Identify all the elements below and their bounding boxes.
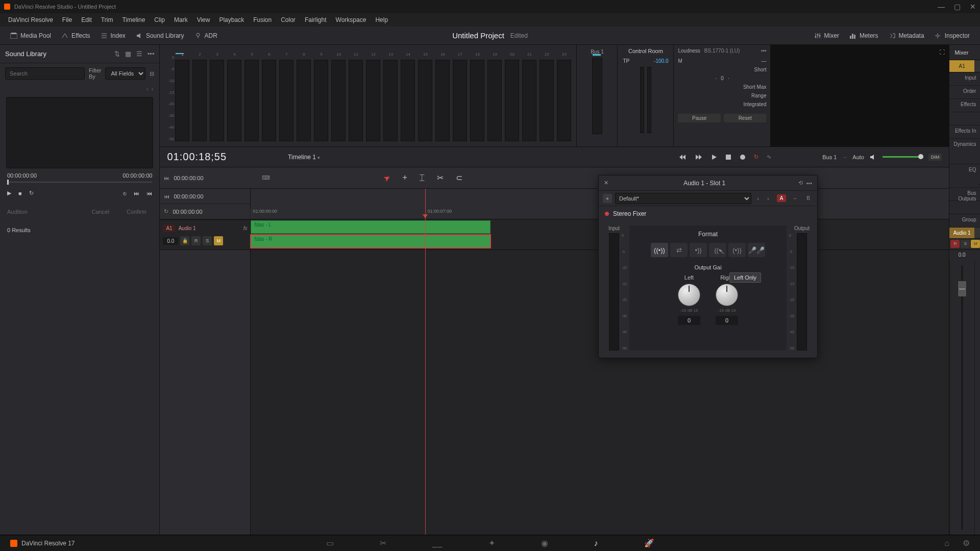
forward-button[interactable]	[695, 154, 703, 161]
menu-fusion[interactable]: Fusion	[249, 14, 276, 26]
fader-value-bus1[interactable]: 0.0	[974, 250, 980, 260]
menu-edit[interactable]: Edit	[77, 14, 96, 26]
tc-loop-icon[interactable]: ↻	[164, 208, 168, 215]
channel-header-bus1[interactable]: Bus1	[974, 60, 980, 72]
page-edit[interactable]: ⎯⎯	[432, 539, 443, 548]
menu-clip[interactable]: Clip	[150, 14, 169, 26]
page-cut[interactable]: ✂	[380, 538, 386, 548]
search-input[interactable]	[5, 67, 85, 80]
preset-select[interactable]: Default*	[615, 193, 751, 204]
dim-button[interactable]: DIM	[928, 154, 942, 161]
format-stereo-button[interactable]: ((•))	[651, 243, 668, 257]
play-button[interactable]	[711, 154, 717, 161]
format-swap-button[interactable]: ⇄	[670, 243, 688, 257]
menu-color[interactable]: Color	[277, 14, 300, 26]
prev-page-button[interactable]: ‹	[146, 86, 149, 92]
menu-playback[interactable]: Playback	[215, 14, 248, 26]
automation-icon[interactable]: ∿	[767, 154, 771, 160]
razor-tool[interactable]: ✂	[437, 173, 444, 183]
track-header-a1[interactable]: A1 Audio 1 fx 0.0 🔒 R S M	[160, 219, 250, 250]
settings-button[interactable]: ⚙	[963, 538, 970, 548]
preset-next-button[interactable]: ›	[765, 195, 772, 202]
jog-icon[interactable]: ⎋	[123, 190, 127, 196]
tc-row-1[interactable]: 00:00:00:00	[174, 175, 203, 181]
track-fx-icon[interactable]: fx	[243, 226, 248, 231]
ch-solo-a1[interactable]: S	[961, 240, 970, 248]
menu-mark[interactable]: Mark	[170, 14, 192, 26]
speaker-icon[interactable]	[869, 154, 877, 161]
selection-tool[interactable]: ➤	[382, 172, 393, 184]
stop-button[interactable]: ■	[18, 190, 22, 196]
track-gain-value[interactable]: 0.0	[163, 237, 178, 245]
tc-nav-icon[interactable]: ⏮	[164, 193, 169, 199]
filter-field-select[interactable]: All Fields	[105, 67, 145, 80]
loudness-more-icon[interactable]: •••	[761, 48, 767, 54]
preset-swap-button[interactable]: →	[789, 194, 800, 202]
plugin-more-icon[interactable]: •••	[806, 180, 812, 186]
stop-button[interactable]	[725, 154, 731, 160]
mixer-button[interactable]: Mixer	[809, 29, 844, 42]
record-button[interactable]	[740, 154, 746, 160]
volume-slider[interactable]	[883, 156, 923, 158]
loudness-reset-button[interactable]: Reset	[724, 114, 767, 122]
play-button[interactable]: ▶	[7, 190, 11, 196]
index-button[interactable]: Index	[95, 29, 131, 42]
sort-icon[interactable]: ⇅	[114, 50, 120, 58]
page-fairlight[interactable]: ♪	[594, 539, 598, 548]
ch-mute-a1[interactable]: M	[971, 240, 980, 248]
track-arm-button[interactable]: R	[191, 236, 201, 245]
menu-file[interactable]: File	[58, 14, 76, 26]
prev-button[interactable]: ⏮	[146, 190, 152, 196]
next-page-button[interactable]: ›	[152, 86, 154, 92]
format-mic-button[interactable]: 🎤🎤	[748, 243, 765, 257]
next-button[interactable]: ⏭	[134, 190, 139, 196]
page-color[interactable]: ◉	[541, 538, 548, 548]
home-button[interactable]: ⌂	[944, 539, 949, 548]
format-left-only-button[interactable]: ((•↖	[709, 243, 726, 257]
add-tool[interactable]: +	[402, 173, 407, 183]
menu-trim[interactable]: Trim	[97, 14, 117, 26]
metadata-button[interactable]: Metadata	[884, 29, 929, 42]
effects-button[interactable]: Effects	[56, 29, 95, 42]
fader-bus1[interactable]	[974, 260, 980, 535]
fader-value-a1[interactable]: 0.0	[949, 250, 974, 260]
left-gain-knob[interactable]	[678, 284, 700, 306]
track-solo-button[interactable]: S	[203, 236, 212, 245]
expand-icon[interactable]: ⛶	[939, 49, 945, 55]
close-button[interactable]: ✕	[970, 3, 976, 11]
maximize-button[interactable]: ▢	[954, 3, 961, 11]
minimize-button[interactable]: —	[938, 3, 945, 11]
confirm-button[interactable]: Confirm	[120, 207, 153, 217]
preset-a-button[interactable]: A	[777, 194, 787, 202]
plugin-enable-dot[interactable]	[605, 212, 609, 216]
sound-library-button[interactable]: Sound Library	[131, 29, 189, 42]
plugin-close-button[interactable]: ✕	[604, 180, 608, 186]
audio-clip-r[interactable]: fdas - R	[251, 235, 491, 248]
cancel-button[interactable]: Cancel	[86, 207, 115, 217]
filter-settings-icon[interactable]: ⊟	[150, 70, 154, 77]
monitor-bus-label[interactable]: Bus 1	[822, 154, 837, 160]
menu-view[interactable]: View	[193, 14, 214, 26]
keyboard-icon[interactable]: ⌨	[251, 174, 281, 181]
playhead[interactable]	[425, 189, 426, 535]
page-media[interactable]: ▭	[326, 538, 334, 548]
right-gain-knob[interactable]	[716, 284, 738, 306]
media-pool-button[interactable]: Media Pool	[5, 29, 56, 42]
menu-davinci[interactable]: DaVinci Resolve	[4, 14, 57, 26]
range-tool[interactable]: ⌶	[420, 173, 425, 183]
monitor-auto-label[interactable]: Auto	[852, 154, 864, 160]
preset-add-button[interactable]: +	[603, 194, 612, 203]
timeline-name-dropdown[interactable]: Timeline 1	[288, 154, 320, 161]
audio-clip-l[interactable]: fdas - L	[251, 220, 491, 234]
format-mono-button[interactable]: •))	[690, 243, 707, 257]
preview-scrubber[interactable]	[7, 182, 152, 183]
fader-a1[interactable]	[949, 260, 974, 535]
channel-header-a1[interactable]: A1	[949, 60, 974, 72]
tc-row-2[interactable]: 00:00:00:00	[174, 193, 203, 199]
track-mute-button[interactable]: M	[214, 236, 223, 245]
menu-workspace[interactable]: Workspace	[332, 14, 371, 26]
timecode-display[interactable]: 01:00:18;55	[167, 151, 227, 163]
track-lock-button[interactable]: 🔒	[180, 236, 189, 245]
meters-button[interactable]: Meters	[844, 29, 884, 42]
adr-button[interactable]: ADR	[189, 29, 223, 42]
